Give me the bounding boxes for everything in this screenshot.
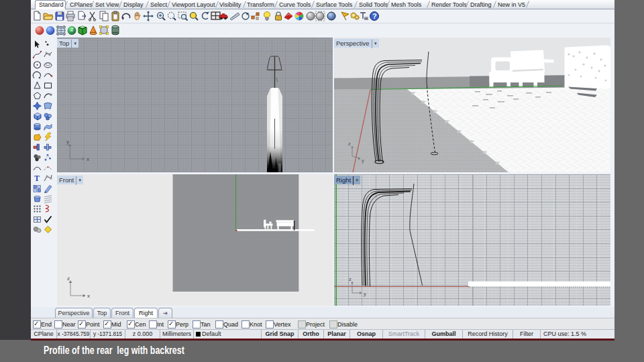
svg-text:y: y [66,139,69,145]
svg-text:x: x [87,293,90,299]
svg-text:y: y [362,158,364,164]
svg-text:y: y [364,291,366,297]
svg-text:T: T [34,174,40,183]
svg-text:x: x [87,156,89,162]
svg-text:z: z [348,141,351,147]
svg-text:z: z [67,276,70,282]
svg-text:z: z [349,276,352,282]
svg-text:?: ? [372,12,377,20]
